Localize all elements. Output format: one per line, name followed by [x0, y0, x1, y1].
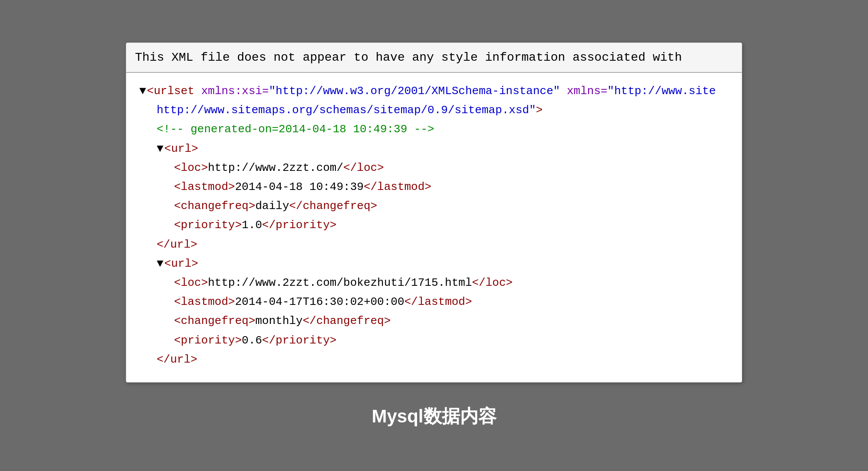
- xml-content-area: ▼<urlset xmlns:xsi="http://www.w3.org/20…: [126, 73, 742, 382]
- collapse-triangle[interactable]: ▼: [139, 85, 146, 98]
- collapse-triangle-url2[interactable]: ▼: [157, 257, 164, 270]
- url2-priority-line: <priority>0.6</priority>: [139, 331, 729, 350]
- url1-changefreq-line: <changefreq>daily</changefreq>: [139, 196, 729, 216]
- url1-loc-line: <loc>http://www.2zzt.com/</loc>: [139, 158, 729, 177]
- url2-open-line: ▼<url>: [139, 254, 729, 273]
- url1-open-line: ▼<url>: [139, 139, 729, 158]
- url1-close-line: </url>: [139, 235, 729, 254]
- url1-priority-line: <priority>1.0</priority>: [139, 216, 729, 235]
- url1-lastmod-line: <lastmod>2014-04-18 10:49:39</lastmod>: [139, 177, 729, 196]
- url2-close-line: </url>: [139, 350, 729, 369]
- collapse-triangle-url1[interactable]: ▼: [157, 142, 164, 155]
- urlset-open-line: ▼<urlset xmlns:xsi="http://www.w3.org/20…: [139, 82, 729, 101]
- url2-loc-line: <loc>http://www.2zzt.com/bokezhuti/1715.…: [139, 273, 729, 292]
- notice-text: This XML file does not appear to have an…: [135, 51, 682, 64]
- xml-notice-bar: This XML file does not appear to have an…: [126, 43, 742, 73]
- urlset-continued-line: http://www.sitemaps.org/schemas/sitemap/…: [139, 101, 729, 120]
- page-caption: Mysql数据内容: [372, 404, 496, 428]
- comment-line: <!-- generated-on=2014-04-18 10:49:39 --…: [139, 120, 729, 139]
- xml-viewer: This XML file does not appear to have an…: [126, 43, 742, 383]
- url2-lastmod-line: <lastmod>2014-04-17T16:30:02+00:00</last…: [139, 292, 729, 311]
- url2-changefreq-line: <changefreq>monthly</changefreq>: [139, 311, 729, 330]
